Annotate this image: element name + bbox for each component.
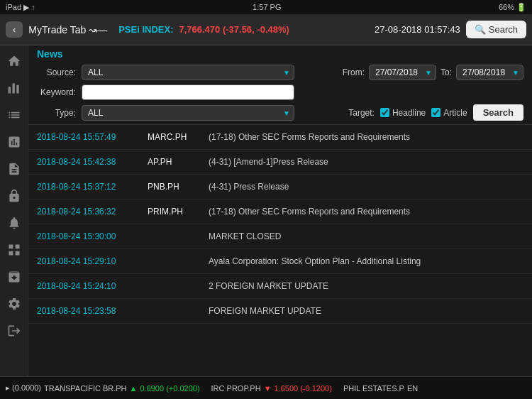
source-filter-row: Source: ALL From: 27/07/2018 To:	[37, 62, 523, 82]
battery-info: 66% 🔋	[499, 3, 526, 12]
sidebar-item-lock[interactable]	[1, 183, 27, 209]
type-filter-row: Type: ALL Target: Headline Article	[37, 102, 523, 123]
main-layout: News Source: ALL From: 27/07/2018	[0, 45, 532, 376]
sidebar-item-document[interactable]	[1, 156, 27, 182]
content-area: News Source: ALL From: 27/07/2018	[28, 45, 532, 376]
svg-rect-1	[12, 83, 14, 93]
sidebar-item-list[interactable]	[1, 102, 27, 128]
top-search-icon: 🔍	[475, 24, 486, 35]
news-timestamp: 2018-08-24 15:36:32	[37, 207, 136, 217]
ticker-item-1[interactable]: ▸ (0.0000) TRANSPACIFIC BR.PH ▲ 0.6900 (…	[6, 383, 200, 393]
news-list-item[interactable]: 2018-08-24 15:23:58 FOREIGN MARKET UPDAT…	[28, 299, 532, 324]
news-timestamp: 2018-08-24 15:30:00	[37, 231, 136, 241]
source-select-wrapper[interactable]: ALL	[82, 65, 294, 80]
sidebar-item-bell[interactable]	[1, 210, 27, 236]
article-checkbox-label: Article	[443, 108, 467, 118]
status-right: 66% 🔋	[499, 3, 526, 12]
type-select-wrapper[interactable]: ALL	[82, 105, 294, 121]
news-headline: (4-31) Press Release	[209, 182, 523, 192]
ticker-bar: ▸ (0.0000) TRANSPACIFIC BR.PH ▲ 0.6900 (…	[0, 376, 532, 399]
ticker-2-change: 1.6500 (-0.1200)	[275, 384, 332, 393]
sidebar-item-archive[interactable]	[1, 264, 27, 290]
sidebar-item-home[interactable]	[1, 48, 27, 74]
news-list-item[interactable]: 2018-08-24 15:37:12 PNB.PH (4-31) Press …	[28, 175, 532, 200]
status-time: 1:57 PG	[253, 3, 281, 11]
ticker-1-company: TRANSPACIFIC BR.PH	[44, 384, 127, 393]
news-list-item[interactable]: 2018-08-24 15:30:00 MARKET CLOSED	[28, 224, 532, 249]
tab-title: MyTrade Tab ↝—	[28, 24, 107, 35]
news-list-item[interactable]: 2018-08-24 15:24:10 2 FOREIGN MARKET UPD…	[28, 274, 532, 299]
psei-value: 7,766.470 (-37.56, -0.48%)	[179, 24, 289, 35]
top-search-button[interactable]: 🔍 Search	[466, 21, 526, 38]
target-label: Target:	[348, 108, 375, 118]
news-header: News Source: ALL From: 27/07/2018	[28, 45, 532, 125]
back-button[interactable]: ‹	[6, 21, 23, 38]
news-timestamp: 2018-08-24 15:24:10	[37, 281, 136, 291]
news-list-item[interactable]: 2018-08-24 15:57:49 MARC.PH (17-18) Othe…	[28, 125, 532, 150]
datetime: 27-08-2018 01:57:43	[375, 24, 460, 35]
news-timestamp: 2018-08-24 15:42:38	[37, 157, 136, 167]
status-left: iPad ▶ ↑	[6, 3, 35, 12]
news-headline: FOREIGN MARKET UPDATE	[209, 306, 523, 316]
news-headline: (17-18) Other SEC Forms Reports and Requ…	[209, 132, 523, 142]
news-timestamp: 2018-08-24 15:57:49	[37, 132, 136, 142]
news-headline: MARKET CLOSED	[209, 231, 523, 241]
from-label: From:	[343, 67, 365, 77]
target-group: Target: Headline Article Search	[348, 104, 523, 121]
to-date-select[interactable]: 27/08/2018	[456, 65, 523, 80]
source-select[interactable]: ALL	[82, 65, 294, 80]
search-button[interactable]: Search	[473, 104, 523, 121]
keyword-input[interactable]	[82, 84, 294, 100]
keyword-label: Keyword:	[37, 87, 76, 97]
from-date-select[interactable]: 27/07/2018	[369, 65, 436, 80]
headline-checkbox[interactable]	[380, 108, 389, 117]
news-ticker: PNB.PH	[148, 182, 197, 192]
news-ticker: AP.PH	[148, 157, 197, 167]
news-timestamp: 2018-08-24 15:37:12	[37, 182, 136, 192]
sidebar-item-logout[interactable]	[1, 318, 27, 344]
news-headline: Ayala Corporation: Stock Option Plan - A…	[209, 256, 523, 266]
ticker-1-change: 0.6900 (+0.0200)	[140, 384, 199, 393]
headline-checkbox-group: Headline	[380, 108, 426, 118]
headline-checkbox-label: Headline	[392, 108, 426, 118]
article-checkbox-group: Article	[431, 108, 467, 118]
date-group: From: 27/07/2018 To: 27/08/2018	[343, 65, 523, 80]
from-date-wrapper[interactable]: 27/07/2018	[369, 65, 436, 80]
back-icon: ‹	[13, 24, 16, 35]
ticker-3-company: PHIL ESTATES.P	[343, 384, 404, 393]
type-label: Type:	[37, 108, 76, 118]
news-list-item[interactable]: 2018-08-24 15:42:38 AP.PH (4-31) [Amend-…	[28, 150, 532, 175]
sidebar-item-grid[interactable]	[1, 237, 27, 263]
ticker-1-arrow: ▲	[130, 384, 138, 393]
status-bar: iPad ▶ ↑ 1:57 PG 66% 🔋	[0, 0, 532, 14]
to-date-wrapper[interactable]: 27/08/2018	[456, 65, 523, 80]
news-headline: 2 FOREIGN MARKET UPDATE	[209, 281, 523, 291]
sidebar-item-analytics[interactable]	[1, 129, 27, 155]
ticker-3-value: EN	[407, 384, 418, 393]
news-list: 2018-08-24 15:57:49 MARC.PH (17-18) Othe…	[28, 125, 532, 376]
article-checkbox[interactable]	[431, 108, 440, 117]
to-label: To:	[440, 67, 452, 77]
type-select[interactable]: ALL	[82, 105, 294, 121]
news-timestamp: 2018-08-24 15:23:58	[37, 306, 136, 316]
news-list-item[interactable]: 2018-08-24 15:36:32 PRIM.PH (17-18) Othe…	[28, 200, 532, 224]
news-title: News	[37, 48, 523, 60]
keyword-filter-row: Keyword:	[37, 82, 523, 102]
ticker-item-3[interactable]: PHIL ESTATES.P EN	[343, 384, 418, 393]
sidebar-item-settings[interactable]	[1, 291, 27, 317]
source-label: Source:	[37, 67, 76, 77]
svg-rect-2	[16, 85, 18, 94]
sidebar	[0, 45, 28, 376]
ticker-item-2[interactable]: IRC PROP.PH ▼ 1.6500 (-0.1200)	[211, 384, 332, 393]
news-ticker: PRIM.PH	[148, 207, 197, 217]
sidebar-item-chart[interactable]	[1, 75, 27, 101]
device-info: iPad ▶ ↑	[6, 3, 35, 12]
news-ticker: MARC.PH	[148, 132, 197, 142]
ticker-2-company: IRC PROP.PH	[211, 384, 261, 393]
news-list-item[interactable]: 2018-08-24 15:29:10 Ayala Corporation: S…	[28, 249, 532, 274]
news-headline: (4-31) [Amend-1]Press Release	[209, 157, 523, 167]
news-headline: (17-18) Other SEC Forms Reports and Requ…	[209, 207, 523, 217]
ticker-2-arrow: ▼	[264, 384, 272, 393]
svg-rect-0	[8, 87, 10, 93]
top-search-label: Search	[489, 24, 518, 35]
